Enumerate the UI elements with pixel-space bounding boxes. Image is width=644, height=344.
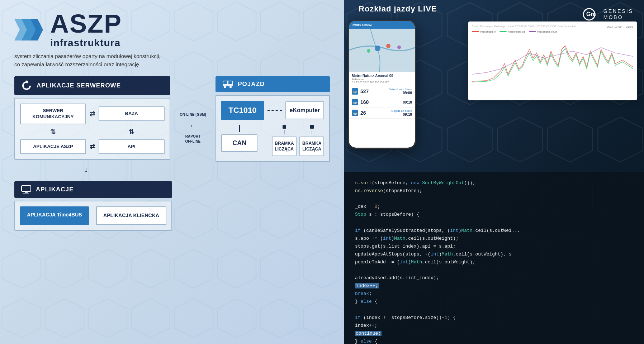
vehicle-inner: TC1010 eKomputer CAN: [216, 95, 330, 162]
svg-point-16: [367, 49, 370, 53]
code-line-4: _dex = 0;: [355, 203, 633, 211]
phone-time-block-3: Odjedź za 5 min 09:18: [391, 109, 412, 116]
arrow-right-icon: ⇄: [90, 110, 95, 118]
dashed-connector: [267, 110, 282, 111]
code-line-10: updateApcsAtStops(stops, -(int)Math.ceil…: [355, 250, 633, 258]
svg-point-6: [224, 86, 226, 88]
code-line-11: peopleToAdd -= (int)Math.ceil(s.outWeigh…: [355, 258, 633, 266]
vert-arrow-2: ⇅: [99, 128, 165, 136]
bramka1-dot: [283, 125, 286, 129]
phone-row-3: 🚌 26 Odjedź za 5 min 09:18: [349, 108, 415, 119]
can-connector-line: [239, 125, 240, 132]
bramka2-box: BRAMKA LICZĄCA: [299, 137, 324, 156]
arrow-connection: ←: [189, 121, 196, 130]
phone-stop-info: Metro Ratusz Arsenal 09 Belańska 5 4 13 …: [349, 72, 415, 86]
svg-point-7: [229, 86, 232, 88]
baza-box: BAZA: [99, 106, 165, 121]
map-svg: [349, 29, 415, 72]
apps-inner: APLIKACJA Time4BUS APLIKACJA KLIENCKA: [14, 201, 172, 231]
phone-num-2: 160: [360, 99, 401, 105]
bramka1-box: BRAMKA LICZĄCA: [272, 137, 297, 156]
genesis-logo: Gm GENESIS MOBO: [582, 7, 633, 22]
phone-bus-icon-1: 🚌: [352, 88, 358, 95]
code-line-5: Stop s : stopsBefore) {: [355, 211, 633, 219]
right-panel: Rozkład jazdy LIVE Gm GENESIS MOBO Metro…: [344, 0, 644, 344]
arrow-right-icon-2: ⇄: [90, 143, 95, 150]
spacer: [261, 125, 268, 156]
chart-container: Chart - Passengers Exchange. Line A 2017…: [468, 22, 637, 100]
arrow-col-1: ⇄: [90, 110, 95, 118]
ekomp-box: eKomputer: [285, 101, 324, 119]
bramka1-line: [284, 130, 285, 134]
phone-row-2: 🚌 160 09:18: [349, 97, 415, 108]
code-line-18: if (index != stopsBefore.size()-1) {: [355, 314, 633, 322]
bramka2-dot: [310, 125, 314, 129]
chart-subtitle: Chart - Passengers Exchange. Line A 2017…: [472, 25, 576, 28]
legend-label-in: Passengers in: [480, 30, 496, 33]
code-line-13: alreadyUsed.add(s.list_index);: [355, 274, 633, 282]
code-line-2: ns.reverse(stopsBefore);: [355, 187, 633, 195]
bramka2-line: [312, 130, 312, 134]
legend-label-count: Passengers count: [537, 30, 557, 33]
rozklad-title: Rozkład jazdy LIVE: [359, 4, 437, 14]
code-line-17: [355, 306, 633, 314]
chart-dates: 2017-12-06 — 23:59: [607, 25, 633, 28]
svg-rect-8: [22, 186, 31, 191]
phone-time-block-1: Odjedź za < 3 min 09:00: [389, 88, 412, 95]
bramka1-col: BRAMKA LICZĄCA: [272, 125, 297, 156]
phone-bus-icon-2: 🚌: [352, 99, 358, 105]
code-line-21: } else {: [355, 338, 633, 344]
chart-header: Chart - Passengers Exchange. Line A 2017…: [472, 25, 633, 28]
legend-dot-out: [499, 31, 507, 32]
phone-stop-name: Metro Ratusz Arsenal 09: [352, 74, 412, 78]
monitor-icon: [21, 185, 32, 194]
phone-clock-2: 09:18: [403, 100, 412, 104]
svg-point-17: [397, 46, 401, 49]
diagram-inner: APLIKACJE SERWEROWE SERWER KOMUNIKACYJNY…: [14, 76, 330, 162]
vehicle-section: POJAZD TC1010 eKomputer CAN: [216, 76, 330, 162]
svg-point-14: [375, 46, 380, 51]
chart-svg: [472, 35, 633, 85]
vehicle-header: POJAZD: [216, 76, 330, 92]
svg-rect-5: [228, 81, 232, 84]
code-content: s.sort(stopsBefore, new SortByWeightOut(…: [344, 172, 644, 344]
code-panel: s.sort(stopsBefore, new SortByWeightOut(…: [344, 172, 644, 344]
phone-bar-text: Metro ratusz: [352, 23, 372, 27]
svg-rect-10: [23, 193, 29, 194]
vehicle-header-text: POJAZD: [238, 81, 265, 88]
server-header: APLIKACJE SERWEROWE: [14, 76, 170, 95]
legend-label-out: Passengers out: [508, 30, 525, 33]
phone-depart-1: Odjedź za < 3 min: [389, 88, 412, 91]
phone-frame: Metro ratusz Metro Ratusz Arse: [348, 20, 416, 149]
chart-area: [472, 35, 633, 85]
apps-header-text: APLIKACJE: [36, 186, 74, 193]
code-line-14: index++;: [355, 282, 633, 290]
phone-mockup: Metro ratusz Metro Ratusz Arse: [348, 20, 423, 156]
phone-row-1: 🚌 527 Odjedź za < 3 min 09:00: [349, 86, 415, 97]
phone-screen: Metro ratusz Metro Ratusz Arse: [349, 21, 415, 148]
bramka2-col: BRAMKA LICZĄCA: [299, 125, 324, 156]
tc-box: TC1010: [221, 101, 264, 120]
online-label: ON-LINE [GSM]: [180, 112, 206, 117]
phone-clock-3: 09:18: [391, 113, 412, 116]
code-line-19: index++;: [355, 322, 633, 330]
legend-dot-in: [472, 31, 479, 32]
phone-bar: Metro ratusz: [349, 21, 415, 29]
phone-num-3: 26: [360, 110, 389, 116]
genesis-text: GENESIS MOBO: [603, 8, 633, 20]
svg-rect-4: [223, 81, 227, 84]
code-line-6: [355, 219, 633, 226]
legend-dot-count: [529, 31, 536, 32]
svg-text:Gm: Gm: [586, 11, 596, 17]
legend-item-count: Passengers count: [529, 30, 557, 33]
svg-marker-2: [27, 80, 29, 83]
code-line-9: stops.get(s.list_index).api = s.api;: [355, 243, 633, 250]
can-col: CAN: [221, 125, 257, 156]
phone-depart-3: Odjedź za 5 min: [391, 109, 412, 113]
aplikacje-box: APLIKACJE ASZP: [20, 139, 86, 154]
svg-point-15: [386, 44, 390, 48]
phone-bus-icon-3: 🚌: [352, 110, 358, 116]
server-header-text: APLIKACJE SERWEROWE: [37, 82, 121, 89]
code-line-7: if (canBeSafelySubtracted(stops, (int)Ma…: [355, 227, 633, 235]
vehicle-row1: TC1010 eKomputer: [221, 101, 324, 120]
